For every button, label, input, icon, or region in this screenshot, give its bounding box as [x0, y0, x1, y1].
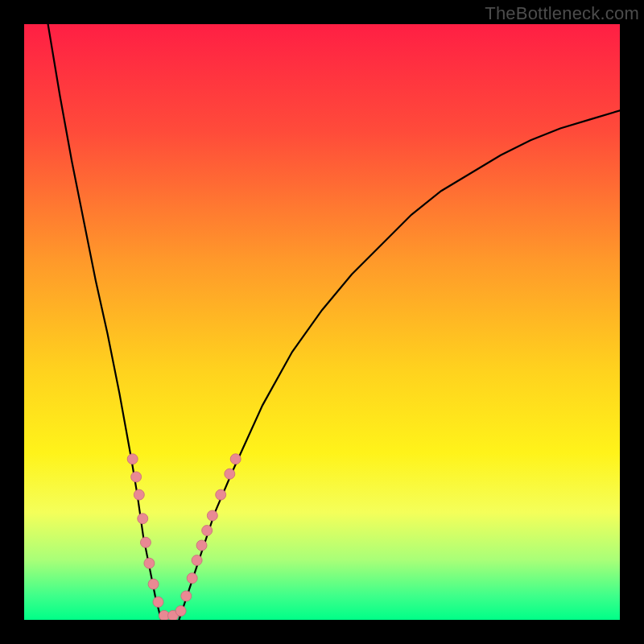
marker-point [230, 454, 241, 464]
marker-point [187, 573, 197, 584]
marker-point [134, 489, 144, 500]
marker-point [196, 540, 207, 551]
marker-point [207, 510, 217, 521]
marker-point [138, 514, 148, 524]
marker-group [127, 454, 241, 620]
chart-svg [24, 24, 620, 620]
marker-point [131, 472, 142, 482]
marker-point [225, 469, 235, 479]
plot-area [24, 24, 620, 620]
curve-left-branch [48, 24, 162, 620]
marker-point [144, 558, 155, 568]
marker-point [216, 489, 226, 500]
marker-point [140, 537, 151, 547]
marker-point [153, 597, 163, 607]
marker-point [127, 454, 138, 464]
marker-point [202, 526, 213, 536]
marker-point [148, 579, 159, 589]
marker-point [192, 555, 202, 566]
outer-frame: TheBottleneck.com [0, 0, 644, 644]
watermark-text: TheBottleneck.com [485, 3, 639, 24]
marker-point [181, 591, 192, 601]
curve-right-branch [179, 110, 620, 620]
marker-point [175, 605, 186, 616]
